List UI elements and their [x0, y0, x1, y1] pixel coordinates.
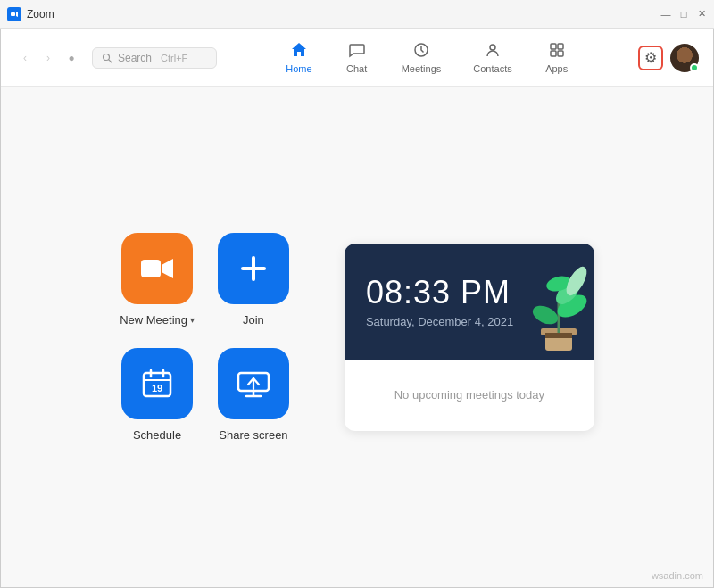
- tab-apps[interactable]: Apps: [530, 36, 584, 79]
- tab-home-label: Home: [286, 63, 311, 74]
- contacts-icon: [484, 41, 502, 62]
- zoom-logo-icon: [7, 7, 21, 21]
- nav-tabs: Home Chat Meetings: [228, 36, 627, 79]
- share-screen-button[interactable]: [218, 348, 289, 419]
- maximize-button[interactable]: □: [678, 9, 689, 20]
- new-meeting-button[interactable]: [121, 233, 193, 304]
- join-button[interactable]: [218, 233, 289, 304]
- join-item[interactable]: Join: [216, 233, 291, 327]
- search-placeholder: Search: [118, 52, 152, 64]
- join-label: Join: [243, 313, 264, 327]
- toolbar: ‹ › ● Search Ctrl+F Home: [1, 29, 713, 87]
- titlebar-left: Zoom: [7, 7, 54, 21]
- svg-rect-0: [11, 12, 15, 16]
- search-box[interactable]: Search Ctrl+F: [92, 47, 217, 69]
- search-icon: [102, 53, 112, 63]
- svg-rect-10: [141, 260, 161, 277]
- no-meetings-text: No upcoming meetings today: [394, 388, 544, 402]
- tab-chat-label: Chat: [346, 63, 367, 74]
- new-meeting-item[interactable]: New Meeting ▾: [120, 233, 195, 327]
- svg-marker-1: [16, 12, 18, 17]
- online-badge: [690, 63, 699, 72]
- app-title: Zoom: [27, 8, 54, 21]
- svg-rect-12: [241, 267, 266, 270]
- schedule-button[interactable]: 19: [121, 348, 193, 419]
- titlebar-controls: — □ ✕: [660, 9, 707, 20]
- share-screen-label: Share screen: [219, 428, 287, 442]
- svg-point-5: [490, 45, 495, 50]
- svg-point-27: [529, 302, 560, 327]
- svg-text:19: 19: [152, 383, 162, 393]
- main-window: ‹ › ● Search Ctrl+F Home: [0, 29, 714, 588]
- chat-icon: [348, 41, 366, 62]
- titlebar: Zoom — □ ✕: [0, 0, 714, 29]
- watermark: wsadin.com: [652, 570, 703, 581]
- meetings-icon: [412, 41, 430, 62]
- tab-chat[interactable]: Chat: [330, 36, 384, 79]
- close-button[interactable]: ✕: [696, 9, 707, 20]
- nav-back-button[interactable]: ‹: [15, 48, 35, 68]
- svg-line-3: [109, 59, 112, 62]
- nav-buttons: ‹ › ●: [15, 48, 81, 68]
- schedule-label: Schedule: [133, 428, 181, 442]
- svg-rect-6: [551, 44, 556, 49]
- apps-icon: [548, 41, 566, 62]
- tab-meetings-label: Meetings: [402, 63, 442, 74]
- new-meeting-dropdown-icon: ▾: [190, 315, 195, 325]
- svg-rect-24: [545, 333, 572, 338]
- avatar-container[interactable]: [670, 44, 699, 72]
- new-meeting-label-container: New Meeting ▾: [120, 313, 195, 327]
- video-camera-icon: [140, 256, 174, 281]
- tab-meetings[interactable]: Meetings: [387, 36, 456, 79]
- tab-apps-label: Apps: [545, 63, 568, 74]
- new-meeting-label: New Meeting: [120, 313, 187, 327]
- settings-button[interactable]: ⚙: [638, 46, 663, 70]
- tab-home[interactable]: Home: [271, 36, 326, 79]
- svg-rect-9: [558, 51, 563, 56]
- nav-forward-button[interactable]: ›: [38, 48, 58, 68]
- nav-refresh-button[interactable]: ●: [62, 48, 81, 68]
- tab-contacts[interactable]: Contacts: [459, 36, 526, 79]
- calendar-icon: 19: [141, 368, 173, 400]
- meeting-card: 08:33 PM Saturday, December 4, 2021: [345, 244, 594, 431]
- svg-rect-7: [558, 44, 563, 49]
- plant-decoration-icon: [523, 244, 594, 360]
- search-shortcut: Ctrl+F: [161, 53, 187, 63]
- action-grid: New Meeting ▾ Join: [120, 233, 291, 442]
- gear-icon: ⚙: [644, 49, 657, 66]
- home-icon: [290, 41, 308, 62]
- schedule-item[interactable]: 19 Schedule: [120, 348, 195, 442]
- tab-contacts-label: Contacts: [473, 63, 511, 74]
- content-area: New Meeting ▾ Join: [1, 87, 713, 587]
- minimize-button[interactable]: —: [660, 9, 671, 20]
- meeting-card-body: No upcoming meetings today: [345, 360, 594, 431]
- share-screen-icon: [237, 369, 270, 398]
- share-screen-item[interactable]: Share screen: [216, 348, 291, 442]
- svg-rect-8: [551, 51, 556, 56]
- plus-icon: [237, 253, 270, 285]
- meeting-card-header: 08:33 PM Saturday, December 4, 2021: [345, 244, 594, 360]
- toolbar-right: ⚙: [638, 44, 699, 72]
